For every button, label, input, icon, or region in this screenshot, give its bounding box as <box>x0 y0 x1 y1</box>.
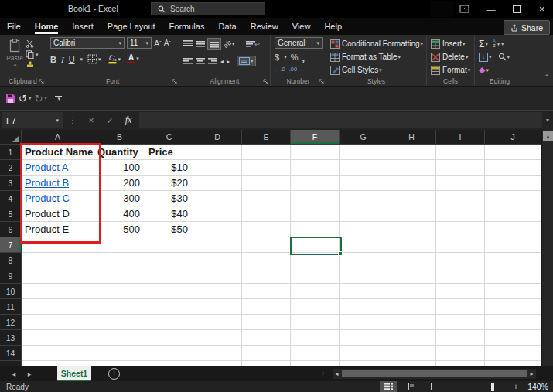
cell-I11[interactable] <box>436 299 485 315</box>
cell-A12[interactable] <box>22 315 94 330</box>
cell-A6[interactable]: Product E <box>22 222 94 237</box>
font-size-combo[interactable]: 11 ▾ <box>127 37 152 49</box>
cell-G4[interactable] <box>340 191 387 206</box>
normal-view-button[interactable] <box>380 381 397 392</box>
cell-A14[interactable] <box>22 346 94 361</box>
cell-G9[interactable] <box>340 268 387 284</box>
search-box[interactable]: Search <box>151 2 265 15</box>
cell-C10[interactable] <box>145 284 193 299</box>
cell-J2[interactable] <box>485 160 541 176</box>
row-header-12[interactable]: 12 <box>0 315 22 330</box>
format-painter-button[interactable] <box>26 61 39 70</box>
cell-H10[interactable] <box>387 284 436 299</box>
increase-indent-button[interactable]: ▸ <box>227 58 230 65</box>
cell-B13[interactable] <box>94 330 145 346</box>
col-header-H[interactable]: H <box>387 130 436 145</box>
cell-D1[interactable] <box>193 145 242 160</box>
col-header-J[interactable]: J <box>485 130 541 145</box>
cell-H9[interactable] <box>387 268 436 284</box>
maximize-button[interactable] <box>505 0 528 18</box>
cell-D10[interactable] <box>193 284 242 299</box>
cell-C14[interactable] <box>145 346 193 361</box>
font-name-combo[interactable]: Calibri ▾ <box>50 37 125 49</box>
sheet-tab-sheet1[interactable]: Sheet1 <box>57 366 91 381</box>
decrease-decimal-button[interactable]: .00→ <box>289 66 303 73</box>
clear-button[interactable]: ◆▾ <box>479 65 489 75</box>
row-header-13[interactable]: 13 <box>0 330 22 346</box>
cell-I4[interactable] <box>436 191 485 206</box>
save-button[interactable] <box>5 94 15 104</box>
cell-F13[interactable] <box>291 330 340 346</box>
cell-J9[interactable] <box>485 268 541 284</box>
cell-E1[interactable] <box>242 145 291 160</box>
sheet-nav-right-icon[interactable]: ▸ <box>22 370 37 378</box>
cell-I13[interactable] <box>436 330 485 346</box>
row-header-5[interactable]: 5 <box>0 206 22 222</box>
zoom-out-button[interactable]: − <box>452 383 463 391</box>
cell-C15[interactable] <box>145 361 193 366</box>
cell-J6[interactable] <box>485 222 541 237</box>
cell-G7[interactable] <box>340 237 387 253</box>
row-header-2[interactable]: 2 <box>0 160 22 176</box>
share-button[interactable]: Share <box>504 20 550 35</box>
cell-B5[interactable]: 400 <box>94 206 145 222</box>
cell-styles-button[interactable]: Cell Styles▾ <box>330 63 424 77</box>
italic-button[interactable]: I <box>61 55 64 64</box>
cell-I9[interactable] <box>436 268 485 284</box>
sort-filter-button[interactable]: AZ▼▾ <box>493 39 504 48</box>
cell-B3[interactable]: 200 <box>94 176 145 191</box>
sheet-nav-left-icon[interactable]: ◂ <box>6 370 22 378</box>
insert-function-button[interactable]: fx <box>119 114 138 126</box>
find-select-button[interactable]: ▾ <box>498 53 510 61</box>
cell-F4[interactable] <box>291 191 340 206</box>
middle-align-button[interactable] <box>196 40 205 48</box>
bottom-align-button[interactable] <box>208 39 220 49</box>
cell-I5[interactable] <box>436 206 485 222</box>
cell-A11[interactable] <box>22 299 94 315</box>
collapse-ribbon-button[interactable]: ˆ <box>545 73 548 83</box>
cell-D15[interactable] <box>193 361 242 366</box>
cell-J14[interactable] <box>485 346 541 361</box>
cell-F6[interactable] <box>291 222 340 237</box>
cell-B7[interactable] <box>94 237 145 253</box>
cell-I10[interactable] <box>436 284 485 299</box>
align-right-button[interactable] <box>208 57 217 65</box>
col-header-A[interactable]: A <box>22 130 94 145</box>
row-header-15[interactable]: 15 <box>0 361 22 366</box>
center-button[interactable] <box>196 57 205 65</box>
cell-H4[interactable] <box>387 191 436 206</box>
hscroll-right-icon[interactable]: ▸ <box>527 370 536 377</box>
zoom-percentage[interactable]: 140% <box>522 382 548 391</box>
cell-H13[interactable] <box>387 330 436 346</box>
top-align-button[interactable] <box>183 40 193 48</box>
cell-B12[interactable] <box>94 315 145 330</box>
decrease-indent-button[interactable]: ◂ <box>220 58 224 65</box>
cell-F11[interactable] <box>291 299 340 315</box>
cell-C9[interactable] <box>145 268 193 284</box>
cell-E14[interactable] <box>242 346 291 361</box>
conditional-formatting-button[interactable]: Conditional Formatting▾ <box>330 37 424 50</box>
cell-C13[interactable] <box>145 330 193 346</box>
cell-G1[interactable] <box>340 145 387 160</box>
cell-J3[interactable] <box>485 176 541 191</box>
cell-E6[interactable] <box>242 222 291 237</box>
vertical-scrollbar[interactable]: ▲ <box>541 130 553 366</box>
cell-D14[interactable] <box>193 346 242 361</box>
cell-I7[interactable] <box>436 237 485 253</box>
cell-E2[interactable] <box>242 160 291 176</box>
wrap-text-button[interactable]: ↩ <box>246 40 261 48</box>
cell-F2[interactable] <box>291 160 340 176</box>
cell-B9[interactable] <box>94 268 145 284</box>
cell-E13[interactable] <box>242 330 291 346</box>
underline-button[interactable]: U <box>69 55 75 64</box>
ribbon-display-options-button[interactable] <box>452 0 476 18</box>
row-header-10[interactable]: 10 <box>0 284 22 299</box>
cell-C11[interactable] <box>145 299 193 315</box>
cell-A2[interactable]: Product A <box>22 160 94 176</box>
cell-D2[interactable] <box>193 160 242 176</box>
cell-A7[interactable] <box>22 237 94 253</box>
cell-F14[interactable] <box>291 346 340 361</box>
fill-handle[interactable] <box>338 251 343 256</box>
tab-page-layout[interactable]: Page Layout <box>101 19 162 35</box>
cell-G2[interactable] <box>340 160 387 176</box>
